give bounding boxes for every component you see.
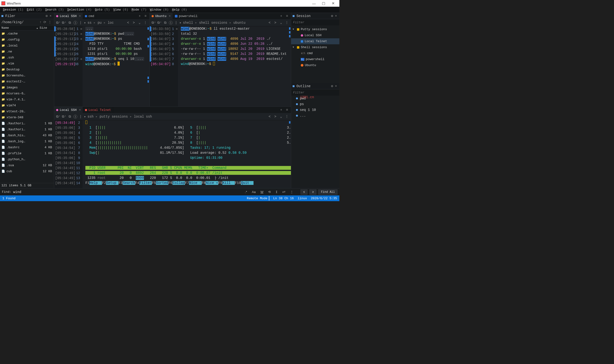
terminal-a-body[interactable]: [05:28:58]1⊟[05:29:12]21⊟[05:29:13]23⊟[0…	[54, 26, 149, 106]
file-row[interactable]: 📁.cache	[0, 31, 54, 37]
status-remote[interactable]: Remote Mode	[247, 197, 267, 200]
tree-group[interactable]: ▼Shell sessions	[291, 44, 339, 50]
expand-option[interactable]: ⮂	[281, 190, 287, 194]
word-option[interactable]: W	[259, 190, 265, 194]
tab-cmd[interactable]: cmd	[83, 13, 96, 19]
tab-local-telnet[interactable]: Local Telnet	[83, 107, 113, 113]
wrap-option[interactable]: ⟲	[267, 190, 272, 194]
outline-list[interactable]: pwdpsseq 1 10...	[291, 96, 339, 118]
refresh-icon[interactable]: ⟳	[42, 20, 47, 24]
outline-filter-input[interactable]	[291, 89, 339, 96]
file-row[interactable]: 📁.config	[0, 37, 54, 43]
add-tab-icon[interactable]: +	[279, 108, 283, 112]
tab-close-icon[interactable]: ×	[79, 14, 81, 18]
add-tab-icon[interactable]: +	[279, 14, 283, 18]
tab-close-icon[interactable]: ×	[79, 108, 81, 112]
tree-item[interactable]: Local SSH	[291, 32, 339, 38]
find-all-button[interactable]: Find All	[318, 189, 337, 195]
info-icon[interactable]: i	[73, 21, 77, 25]
more-icon[interactable]: ⋮	[47, 20, 53, 24]
menu-icon[interactable]: ≡	[285, 14, 289, 18]
minimize-button[interactable]: —	[309, 1, 319, 5]
file-row[interactable]: 📄.Xauthori…1 KB	[0, 120, 54, 126]
tab-ubuntu[interactable]: Ubuntu×	[150, 13, 173, 19]
col-name[interactable]: Name	[0, 26, 35, 30]
tab-local-ssh[interactable]: Local SSH×	[54, 13, 83, 19]
menu-view[interactable]: View (6)	[112, 7, 129, 12]
file-row[interactable]: 📄.bash_his…43 KB	[0, 132, 54, 138]
menu-help[interactable]: Help (0)	[170, 7, 188, 12]
new-window-icon[interactable]: ⧉⁺	[56, 21, 60, 25]
terminal-a-breadcrumbs[interactable]: ss ▸ pu ▸ loc	[87, 21, 114, 25]
minimap-c[interactable]	[288, 120, 291, 188]
session-tree[interactable]: ▼Putty sessionsLocal SSHLocal Telnet▼She…	[291, 25, 339, 69]
window-icon[interactable]: ⧉⁺	[157, 21, 162, 25]
file-row[interactable]: 📁.ssh	[0, 55, 54, 61]
kebab-icon[interactable]: ⋮	[285, 21, 289, 25]
tree-item[interactable]: Local Telnet	[291, 38, 339, 44]
status-os[interactable]: linux	[298, 197, 307, 200]
menu-window[interactable]: Window (8)	[148, 7, 170, 12]
terminal-b-breadcrumbs[interactable]: shell ▸ shell sessions ▸ ubuntu	[183, 21, 246, 25]
col-size[interactable]: Size	[40, 26, 54, 30]
file-row[interactable]: 📄.bashrc4 KB	[0, 144, 54, 150]
tree-item[interactable]: >_powershell	[291, 56, 339, 62]
chevron-left-icon[interactable]: <	[126, 21, 130, 25]
file-row[interactable]: 📁vttest-20…	[0, 108, 54, 115]
find-prev-button[interactable]: ≤	[301, 189, 307, 195]
maximize-button[interactable]: ▢	[319, 1, 328, 5]
new-window-icon[interactable]: ⧉⁺	[56, 115, 60, 118]
split-icon[interactable]: ⧉	[68, 21, 72, 25]
chevron-right-icon[interactable]: >	[273, 21, 278, 25]
outline-item[interactable]: seq 1 10	[291, 107, 339, 113]
new-window-icon[interactable]: ⧉⁺	[152, 21, 156, 25]
menu-mode[interactable]: Mode (7)	[130, 7, 148, 12]
tree-item[interactable]: Ubuntu	[291, 62, 339, 68]
window-icon[interactable]: ⧉⁺	[62, 115, 66, 118]
chevron-down-icon[interactable]: ⌄	[279, 115, 283, 118]
status-position[interactable]: Ln 38 Ch 16	[273, 197, 294, 200]
file-row[interactable]: 📁.local	[0, 43, 54, 49]
chevron-right-icon[interactable]: >	[273, 115, 278, 118]
chevron-down-icon[interactable]: ⌄	[279, 21, 283, 25]
file-row[interactable]: 📄.bash_log…1 KB	[0, 138, 54, 144]
file-row[interactable]: 📁xterm-348	[0, 115, 54, 120]
file-row[interactable]: 📁.ne	[0, 49, 54, 55]
menu-search[interactable]: Search (3)	[44, 7, 65, 12]
regex-option[interactable]: .*	[243, 190, 249, 194]
file-row[interactable]: 📄.sua12 KB	[0, 162, 54, 168]
file-row[interactable]: 📁vim74	[0, 103, 54, 108]
chevron-right-icon[interactable]: >	[132, 21, 136, 25]
gear-icon[interactable]: ⚙	[45, 14, 48, 18]
file-list[interactable]: 📁.cache📁.config📁.local📁.ne📁.ssh📁.vim📁Des…	[0, 31, 54, 183]
outline-item[interactable]: pwd	[291, 96, 339, 101]
filer-columns[interactable]: Name ▴ Size	[0, 25, 54, 31]
terminal-c-body[interactable]: [05:34:49]2[05:35:06]3[05:35:06]4[05:35:…	[54, 120, 291, 188]
add-tab-icon[interactable]: +	[138, 14, 141, 18]
close-icon[interactable]: ×	[334, 84, 338, 88]
terminal-c-breadcrumbs[interactable]: ssh ▸ putty sessions ▸ local ssh	[87, 115, 152, 118]
find-next-button[interactable]: ≥	[309, 189, 316, 195]
more-option[interactable]: ⋮	[289, 190, 295, 194]
info-icon[interactable]: i	[169, 21, 173, 25]
file-row[interactable]: 📁Desktop	[0, 66, 54, 73]
minimap-a[interactable]	[146, 26, 149, 106]
info-icon[interactable]: i	[73, 115, 77, 118]
terminal-b-body[interactable]: [05:33:59]1⊟[05:33:59]2[05:34:07]3[05:34…	[150, 26, 291, 106]
find-input[interactable]	[13, 190, 61, 194]
tree-group[interactable]: ▼Putty sessions	[291, 26, 339, 32]
kebab-icon[interactable]: ⋮	[285, 115, 289, 118]
close-button[interactable]: ✕	[328, 1, 338, 5]
file-row[interactable]: 📄cub12 KB	[0, 168, 54, 174]
menu-icon[interactable]: ≡	[285, 108, 289, 112]
split-icon[interactable]: ⧉	[163, 21, 167, 25]
filer-path[interactable]: /home/king/	[1, 20, 24, 24]
up-icon[interactable]: ↑	[39, 20, 42, 24]
chevron-left-icon[interactable]: <	[267, 21, 272, 25]
tab-powershell[interactable]: powershell	[173, 13, 200, 19]
file-row[interactable]: 📁.vim	[0, 61, 54, 66]
menu-selection[interactable]: Selection (4)	[66, 7, 93, 12]
file-row[interactable]: 📁ncurses-6…	[0, 91, 54, 96]
minimap-b[interactable]	[288, 26, 291, 106]
session-filter-input[interactable]	[291, 19, 339, 25]
